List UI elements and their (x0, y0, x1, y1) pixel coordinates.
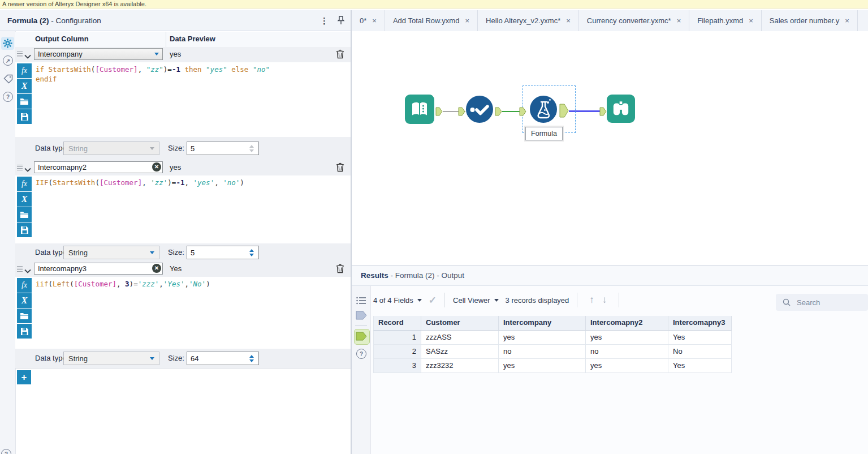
column-header[interactable]: Intercomapny2 (586, 316, 668, 331)
select-tool[interactable] (465, 95, 494, 126)
column-header[interactable]: Intercomapny3 (668, 316, 732, 331)
data-type-dropdown[interactable]: String (63, 246, 159, 259)
output-anchor[interactable] (435, 107, 443, 118)
table-row[interactable]: 2SASzznonoNo (373, 345, 732, 359)
drag-handle-icon[interactable] (17, 164, 23, 173)
navigation-tab-icon[interactable]: ↗ (2, 55, 14, 66)
spinner-icon[interactable] (246, 247, 257, 258)
arrow-up-icon[interactable]: ↑ (589, 294, 594, 306)
search-field[interactable] (776, 294, 868, 311)
variables-button[interactable]: X (17, 293, 32, 308)
column-header[interactable]: Record (373, 316, 421, 331)
partial-help-icon[interactable]: ? (1, 449, 11, 454)
input-connection-icon[interactable] (356, 310, 367, 321)
output-connection-icon[interactable] (356, 331, 367, 342)
save-expression-button[interactable] (17, 222, 32, 237)
spinner-icon[interactable] (246, 353, 257, 363)
pin-icon[interactable] (337, 16, 345, 27)
workflow-canvas[interactable]: Formula (352, 31, 868, 265)
browse-tool[interactable] (607, 95, 635, 123)
tab[interactable]: Add Total Row.yxmd× (385, 10, 478, 31)
column-header[interactable]: Intercompany (499, 316, 586, 331)
add-formula-button[interactable]: + (17, 370, 31, 384)
cell-viewer-dropdown[interactable]: Cell Viewer (453, 296, 490, 305)
size-input[interactable] (187, 246, 241, 259)
tab-close-icon[interactable]: × (677, 16, 681, 25)
drag-handle-icon[interactable] (17, 265, 23, 274)
input-anchor[interactable] (599, 107, 607, 118)
formula-editor-1[interactable]: fx X if StartsWith([Customer], "zz")=-1 … (15, 62, 351, 138)
metadata-view-icon[interactable] (356, 295, 367, 306)
functions-button[interactable]: fx (17, 63, 32, 78)
table-row[interactable]: 3zzz3232yesyesYes (373, 359, 732, 373)
chevron-down-icon[interactable] (24, 267, 31, 275)
tab-close-icon[interactable]: × (749, 16, 753, 25)
tab-close-icon[interactable]: × (372, 16, 377, 25)
size-input[interactable] (187, 352, 241, 365)
tab[interactable]: Hello Alteryx_v2.yxmc*× (478, 10, 579, 31)
data-type-dropdown[interactable]: String (63, 352, 159, 365)
formula-tool[interactable] (529, 95, 558, 126)
data-preview-value: yes (170, 50, 181, 58)
spinner-icon (246, 143, 257, 153)
kebab-menu-icon[interactable]: ⋮ (320, 16, 329, 26)
tab[interactable]: Filepath.yxmd× (689, 10, 762, 31)
table-row[interactable]: 1zzzASSyesyesYes (373, 331, 732, 345)
size-field[interactable] (187, 246, 259, 259)
output-column-dropdown[interactable]: Intercompany (34, 48, 163, 60)
tab-close-icon[interactable]: × (566, 16, 571, 25)
output-anchor[interactable] (495, 107, 502, 118)
drag-handle-icon[interactable] (17, 51, 23, 59)
tab[interactable]: Currency converter.yxmc*× (579, 10, 689, 31)
apply-check-icon[interactable]: ✓ (429, 294, 437, 306)
open-expression-button[interactable] (17, 94, 32, 109)
save-expression-button[interactable] (17, 324, 32, 339)
output-anchor-selected[interactable] (559, 104, 569, 119)
tab-close-icon[interactable]: × (465, 16, 469, 25)
data-type-dropdown: String (63, 142, 159, 155)
formula-editor-3[interactable]: fx X iif(Left([Customer], 3)='zzz','Yes'… (15, 277, 351, 349)
open-expression-button[interactable] (17, 207, 32, 222)
functions-button[interactable]: fx (17, 177, 32, 191)
output-column-input[interactable] (34, 263, 163, 275)
variables-button[interactable]: X (17, 192, 32, 207)
save-expression-button[interactable] (17, 109, 32, 124)
chevron-down-icon[interactable] (24, 52, 31, 61)
data-type-value: String (68, 144, 88, 153)
input-anchor[interactable] (519, 107, 526, 118)
data-type-row-2: Data type: String Size: (15, 243, 351, 262)
search-icon (783, 298, 791, 306)
variables-button[interactable]: X (17, 79, 32, 93)
expression-text[interactable]: IIF(StartsWith([Customer], 'zz')=-1, 'ye… (36, 178, 347, 187)
functions-button[interactable]: fx (17, 278, 32, 293)
tab[interactable]: Sales order number.y× (762, 10, 858, 31)
clear-field-icon[interactable]: ✕ (152, 264, 161, 273)
search-input[interactable] (796, 298, 860, 307)
input-data-tool[interactable] (405, 95, 434, 124)
delete-formula-icon[interactable] (336, 49, 344, 61)
code-line: if StartsWith([Customer], "zz")=-1 then … (36, 65, 347, 74)
annotation-tab-icon[interactable] (2, 73, 14, 84)
tab[interactable]: 0*× (352, 10, 385, 31)
output-column-input[interactable] (34, 161, 163, 173)
size-field[interactable] (187, 352, 259, 365)
formula-editor-2[interactable]: fx X IIF(StartsWith([Customer], 'zz')=-1… (15, 175, 351, 244)
delete-formula-icon[interactable] (336, 264, 344, 275)
output-column-header: Output Column (35, 35, 89, 43)
delete-formula-icon[interactable] (336, 162, 344, 174)
expression-text[interactable]: if StartsWith([Customer], "zz")=-1 then … (36, 65, 347, 84)
open-expression-button[interactable] (17, 309, 32, 323)
fields-dropdown[interactable]: 4 of 4 Fields (373, 296, 413, 305)
config-title: Formula (2) (7, 16, 49, 25)
folder-icon (20, 211, 29, 219)
records-displayed-text: 3 records displayed (506, 296, 569, 305)
chevron-down-icon[interactable] (24, 165, 31, 174)
tab-close-icon[interactable]: × (845, 16, 849, 25)
clear-field-icon[interactable]: ✕ (152, 162, 161, 172)
configuration-tab-icon[interactable] (1, 37, 14, 50)
expression-text[interactable]: iif(Left([Customer], 3)='zzz','Yes','No'… (36, 279, 347, 289)
column-header[interactable]: Customer (421, 316, 499, 331)
arrow-down-icon[interactable]: ↓ (602, 294, 607, 306)
help-tab-icon[interactable]: ? (2, 91, 14, 102)
results-help-icon[interactable]: ? (356, 348, 367, 359)
